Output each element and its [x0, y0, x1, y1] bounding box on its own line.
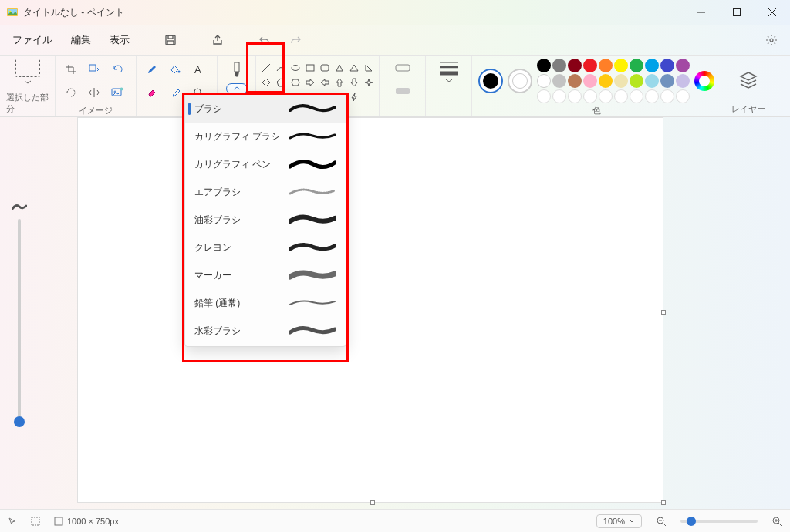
shape-arrow-right[interactable] [304, 76, 316, 89]
undo-icon[interactable] [254, 29, 275, 51]
rectangle-select-icon[interactable] [15, 59, 40, 77]
group-colors: 色 [472, 56, 721, 116]
share-icon[interactable] [207, 29, 228, 51]
zoom-level[interactable]: 100% [596, 514, 642, 528]
color-swatch[interactable] [568, 59, 582, 72]
text-icon[interactable]: A [189, 60, 208, 79]
shape-pentagon[interactable] [275, 76, 287, 89]
color-swatch[interactable] [660, 74, 674, 88]
color-swatch[interactable] [676, 59, 690, 72]
shape-rect[interactable] [304, 62, 316, 74]
color-swatch[interactable] [583, 59, 597, 72]
color-swatch[interactable] [583, 74, 597, 88]
shape-diamond[interactable] [260, 76, 272, 89]
save-icon[interactable] [160, 29, 181, 51]
color-primary[interactable] [478, 69, 503, 93]
menu-edit[interactable]: 編集 [66, 30, 96, 50]
svg-rect-4 [734, 9, 741, 16]
color-swatch[interactable] [599, 59, 613, 72]
color-swatch[interactable] [645, 74, 659, 88]
shape-arrow-left[interactable] [319, 76, 331, 89]
color-secondary[interactable] [508, 69, 532, 93]
shape-polygon[interactable] [333, 62, 346, 74]
menu-view[interactable]: 表示 [105, 30, 134, 50]
layers-icon[interactable] [738, 69, 759, 91]
color-swatch[interactable] [537, 59, 551, 72]
brush-option[interactable]: クレヨン [185, 234, 346, 261]
close-button[interactable] [755, 0, 790, 25]
menu-file[interactable]: ファイル [8, 30, 57, 50]
fill-icon[interactable] [166, 60, 184, 79]
canvas-size: 1000 × 750px [54, 517, 119, 526]
shape-curve[interactable] [275, 62, 287, 74]
chevron-down-icon[interactable] [445, 79, 453, 83]
shape-lightning[interactable] [348, 91, 360, 103]
pencil-icon[interactable] [143, 60, 161, 79]
brush-option[interactable]: マーカー [185, 261, 346, 289]
free-select-icon[interactable] [62, 83, 80, 102]
color-swatch[interactable] [552, 59, 566, 72]
color-swatch[interactable] [552, 89, 566, 103]
zoom-out-icon[interactable] [656, 516, 667, 527]
color-swatch[interactable] [537, 74, 551, 88]
crop-icon[interactable] [62, 60, 80, 79]
color-swatch[interactable] [599, 74, 613, 88]
color-swatch[interactable] [614, 59, 628, 72]
maximize-button[interactable] [719, 0, 755, 25]
brush-option[interactable]: カリグラフィ ペン [185, 150, 346, 178]
color-swatch[interactable] [552, 74, 566, 88]
redo-icon[interactable] [285, 29, 306, 51]
brush-option[interactable]: ブラシ [185, 95, 346, 123]
brush-option[interactable]: 鉛筆 (通常) [185, 289, 346, 317]
brush-option[interactable]: カリグラフィ ブラシ [185, 123, 346, 150]
eyedropper-icon[interactable] [166, 83, 184, 102]
zoom-in-icon[interactable] [771, 516, 782, 527]
rotate-icon[interactable] [108, 60, 127, 79]
shape-arrow-down[interactable] [348, 76, 360, 89]
color-swatch[interactable] [630, 74, 643, 88]
canvas[interactable] [77, 117, 663, 503]
brush-option[interactable]: 油彩ブラシ [185, 206, 346, 234]
shape-arrow-up[interactable] [333, 76, 346, 89]
chevron-down-icon[interactable] [24, 80, 32, 85]
svg-rect-11 [89, 65, 96, 71]
color-swatch[interactable] [645, 89, 659, 103]
eraser-icon[interactable] [143, 83, 161, 102]
color-swatch[interactable] [614, 89, 628, 103]
color-swatch[interactable] [630, 89, 643, 103]
brush-tool[interactable] [223, 59, 251, 97]
stroke-width-icon[interactable] [437, 59, 461, 77]
color-swatch[interactable] [676, 74, 690, 88]
ai-image-icon[interactable] [108, 83, 127, 102]
color-swatch[interactable] [568, 74, 582, 88]
edit-colors-icon[interactable] [694, 71, 714, 91]
shape-triangle[interactable] [348, 62, 360, 74]
brush-option-label: カリグラフィ ペン [194, 158, 271, 171]
minimize-button[interactable] [684, 0, 719, 25]
zoom-slider[interactable] [680, 520, 758, 523]
color-swatch[interactable] [660, 59, 674, 72]
color-swatch[interactable] [583, 89, 597, 103]
shape-right-triangle[interactable] [363, 62, 375, 74]
shape-hexagon[interactable] [289, 76, 302, 89]
shape-star4[interactable] [363, 76, 375, 89]
brush-option[interactable]: 水彩ブラシ [185, 317, 346, 345]
color-swatch[interactable] [645, 59, 659, 72]
fill-shape-icon[interactable] [393, 82, 412, 100]
shape-roundrect[interactable] [319, 62, 331, 74]
shape-oval[interactable] [289, 62, 302, 74]
brush-option[interactable]: エアブラシ [185, 178, 346, 206]
color-swatch[interactable] [630, 59, 643, 72]
color-swatch[interactable] [537, 89, 551, 103]
color-swatch[interactable] [599, 89, 613, 103]
color-swatch[interactable] [614, 74, 628, 88]
color-swatch[interactable] [660, 89, 674, 103]
thickness-slider[interactable] [18, 219, 21, 427]
settings-icon[interactable] [761, 29, 782, 51]
outline-icon[interactable] [393, 59, 412, 77]
flip-icon[interactable] [85, 83, 103, 102]
color-swatch[interactable] [568, 89, 582, 103]
shape-line[interactable] [260, 62, 272, 74]
color-swatch[interactable] [676, 89, 690, 103]
resize-icon[interactable] [85, 60, 103, 79]
